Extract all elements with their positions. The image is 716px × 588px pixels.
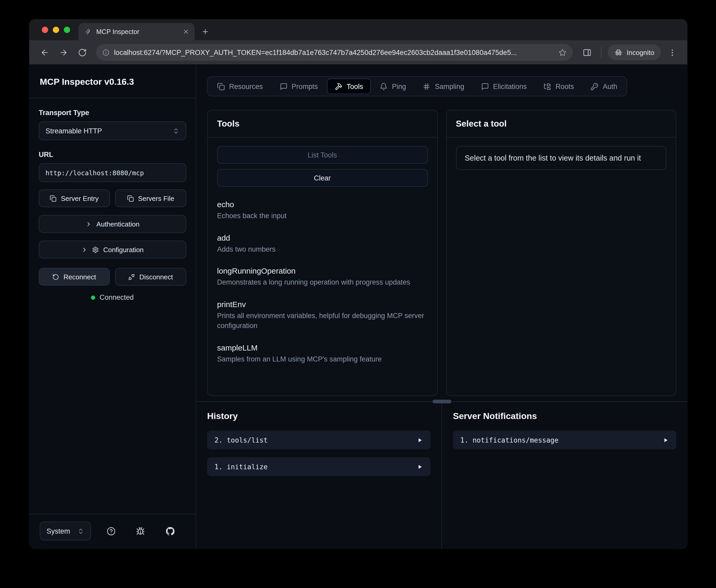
browser-tab[interactable]: MCP Inspector xyxy=(79,23,195,40)
notification-item[interactable]: 1. notifications/message xyxy=(453,430,676,449)
split-resize-handle[interactable] xyxy=(432,400,451,403)
tab-sampling[interactable]: Sampling xyxy=(415,79,472,94)
tab-resources[interactable]: Resources xyxy=(209,79,270,94)
tools-panel-body: List Tools Clear echo Echoes back the in… xyxy=(208,138,437,373)
server-entry-label: Server Entry xyxy=(61,194,99,202)
tab-ping[interactable]: Ping xyxy=(372,79,414,94)
history-item-label: 2. tools/list xyxy=(214,436,268,444)
back-button[interactable] xyxy=(37,44,52,60)
tool-description: Adds two numbers xyxy=(217,244,428,254)
tool-detail-title: Select a tool xyxy=(447,110,676,138)
tool-name: add xyxy=(217,233,428,242)
reconnect-label: Reconnect xyxy=(64,273,96,281)
expand-arrow-icon xyxy=(662,437,669,443)
message-square-icon xyxy=(481,82,489,90)
address-bar[interactable]: localhost:6274/?MCP_PROXY_AUTH_TOKEN=ec1… xyxy=(96,44,573,61)
main-area: Resources Prompts Tools Ping xyxy=(196,64,687,549)
tool-list-item[interactable]: add Adds two numbers xyxy=(217,233,428,254)
chevrons-up-down-icon xyxy=(173,127,179,134)
tab-tools[interactable]: Tools xyxy=(327,79,371,94)
site-info-icon[interactable] xyxy=(103,49,109,56)
server-url-input[interactable] xyxy=(39,163,186,182)
servers-file-label: Servers File xyxy=(138,194,174,202)
history-item-label: 1. initialize xyxy=(214,463,268,470)
tab-label: Auth xyxy=(603,82,617,90)
tool-name: echo xyxy=(217,200,428,209)
reload-icon xyxy=(78,48,87,57)
tab-elicitations[interactable]: Elicitations xyxy=(473,79,535,94)
tab-label: Elicitations xyxy=(493,82,527,90)
list-tools-button[interactable]: List Tools xyxy=(217,146,428,164)
tool-list-item[interactable]: longRunningOperation Demonstrates a long… xyxy=(217,266,428,288)
window-controls xyxy=(42,27,70,33)
chevrons-up-down-icon xyxy=(78,528,84,534)
tool-list-item[interactable]: echo Echoes back the input xyxy=(217,200,428,221)
transport-type-select[interactable]: Streamable HTTP xyxy=(39,121,186,140)
connected-dot-icon xyxy=(91,295,95,299)
tool-list-item[interactable]: sampleLLM Samples from an LLM using MCP'… xyxy=(217,343,428,364)
url-label: URL xyxy=(39,151,186,159)
side-panel-button[interactable] xyxy=(579,44,595,60)
tab-label: Ping xyxy=(392,82,406,90)
tab-prompts[interactable]: Prompts xyxy=(272,79,326,94)
bookmark-star-icon[interactable] xyxy=(559,48,566,56)
mcp-favicon-icon xyxy=(85,28,91,35)
configuration-expander[interactable]: Configuration xyxy=(39,240,186,258)
reload-button[interactable] xyxy=(74,44,90,60)
key-icon xyxy=(591,82,599,90)
browser-menu-button[interactable] xyxy=(664,44,680,60)
reconnect-button[interactable]: Reconnect xyxy=(39,268,110,286)
browser-tab-title: MCP Inspector xyxy=(96,28,178,35)
browser-tabstrip: MCP Inspector xyxy=(29,19,687,40)
close-window-button[interactable] xyxy=(42,27,48,33)
help-button[interactable] xyxy=(103,523,119,539)
tool-name: longRunningOperation xyxy=(217,266,428,275)
github-button[interactable] xyxy=(162,523,178,539)
feature-tabs-bar: Resources Prompts Tools Ping xyxy=(207,64,676,96)
desktop-background: MCP Inspector localhost:6274/?MCP_PROXY_… xyxy=(0,0,716,588)
bottom-section: History 2. tools/list 1. initialize Serv… xyxy=(196,401,687,549)
authentication-expander[interactable]: Authentication xyxy=(39,215,186,233)
incognito-badge: Incognito xyxy=(608,44,661,60)
minimize-window-button[interactable] xyxy=(53,27,59,33)
tool-description: Demonstrates a long running operation wi… xyxy=(217,277,428,288)
debug-button[interactable] xyxy=(133,523,149,539)
server-entry-button[interactable]: Server Entry xyxy=(39,189,110,207)
feature-tabs-list: Resources Prompts Tools Ping xyxy=(207,76,627,96)
clear-tools-button[interactable]: Clear xyxy=(217,169,428,187)
expand-arrow-icon xyxy=(416,463,423,470)
theme-select[interactable]: System xyxy=(40,522,91,540)
refresh-ccw-icon xyxy=(52,273,59,280)
disconnect-button[interactable]: Disconnect xyxy=(115,268,186,286)
tool-name: sampleLLM xyxy=(217,343,428,352)
zoom-window-button[interactable] xyxy=(64,27,70,33)
help-circle-icon xyxy=(107,527,115,536)
hammer-icon xyxy=(335,82,343,90)
authentication-label: Authentication xyxy=(96,220,139,228)
tab-roots[interactable]: Roots xyxy=(536,79,582,94)
tool-list-item[interactable]: printEnv Prints all environment variable… xyxy=(217,299,428,331)
new-tab-button[interactable] xyxy=(198,24,212,39)
tool-detail-panel: Select a tool Select a tool from the lis… xyxy=(446,110,676,396)
servers-file-button[interactable]: Servers File xyxy=(115,189,186,207)
history-item[interactable]: 2. tools/list xyxy=(207,430,430,449)
transport-type-value: Streamable HTTP xyxy=(45,127,173,135)
tab-auth[interactable]: Auth xyxy=(583,79,625,94)
tool-name: printEnv xyxy=(217,299,428,308)
tool-description: Echoes back the input xyxy=(217,211,428,221)
panels-row: Tools List Tools Clear echo Echoes back … xyxy=(207,110,676,396)
forward-button[interactable] xyxy=(56,44,71,60)
notification-item-label: 1. notifications/message xyxy=(460,436,559,444)
folder-tree-icon xyxy=(543,82,551,90)
theme-select-value: System xyxy=(46,527,78,535)
toolbar-separator xyxy=(601,47,602,58)
github-icon xyxy=(166,527,175,536)
browser-toolbar: localhost:6274/?MCP_PROXY_AUTH_TOKEN=ec1… xyxy=(29,40,687,64)
tools-panel-title: Tools xyxy=(208,110,437,138)
copy-icon xyxy=(50,195,57,202)
sidebar: MCP Inspector v0.16.3 Transport Type Str… xyxy=(29,64,196,549)
transport-type-label: Transport Type xyxy=(39,109,186,117)
history-item[interactable]: 1. initialize xyxy=(207,457,430,476)
close-tab-icon[interactable] xyxy=(182,28,189,35)
chevron-right-icon xyxy=(86,220,92,227)
